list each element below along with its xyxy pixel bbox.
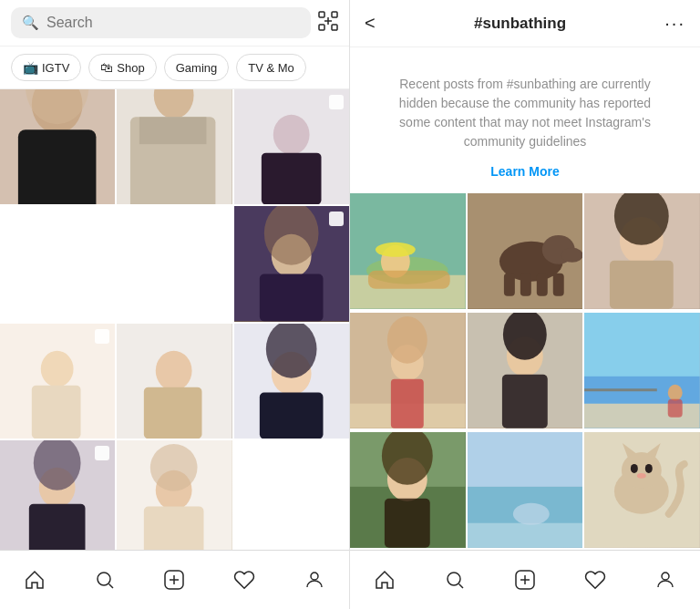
svg-rect-13	[139, 117, 207, 144]
grid-cell[interactable]	[117, 89, 232, 204]
svg-rect-33	[29, 504, 86, 550]
svg-point-100	[662, 573, 669, 580]
svg-point-38	[150, 444, 198, 491]
left-panel: 🔍 📺 IGTV 🛍 Shop Gaming TV	[0, 0, 350, 609]
search-input[interactable]	[46, 15, 300, 31]
grid-cell[interactable]	[350, 193, 466, 309]
svg-rect-49	[368, 271, 450, 289]
svg-rect-19	[260, 274, 324, 322]
heart-nav-icon-right[interactable]	[575, 560, 615, 600]
grid-cell[interactable]	[350, 432, 466, 548]
hashtag-title: #sunbathing	[474, 15, 566, 33]
svg-point-94	[637, 473, 646, 479]
svg-rect-66	[391, 379, 424, 428]
grid-cell[interactable]	[0, 89, 115, 204]
svg-point-50	[376, 243, 416, 257]
tab-igtv-label: IGTV	[42, 61, 69, 75]
left-photo-grid	[0, 89, 349, 550]
svg-point-89	[622, 452, 662, 489]
svg-rect-16	[262, 153, 322, 205]
search-nav-icon[interactable]	[85, 560, 125, 600]
profile-nav-icon-right[interactable]	[645, 560, 685, 600]
svg-point-67	[387, 316, 427, 364]
svg-rect-56	[536, 274, 547, 296]
tab-tv-label: TV & Mo	[248, 61, 294, 75]
hashtag-header: < #sunbathing ···	[350, 0, 700, 47]
grid-cell[interactable]	[584, 193, 700, 309]
svg-rect-2	[319, 25, 324, 30]
add-nav-icon-right[interactable]	[505, 560, 545, 600]
search-icon: 🔍	[22, 15, 39, 31]
tab-shop-label: Shop	[117, 61, 144, 75]
svg-point-39	[98, 573, 110, 585]
learn-more-link[interactable]: Learn More	[386, 164, 664, 179]
grid-cell[interactable]	[584, 313, 700, 428]
svg-rect-61	[610, 261, 674, 309]
home-nav-icon-right[interactable]	[365, 560, 405, 600]
more-options-button[interactable]: ···	[664, 13, 685, 34]
grid-cell[interactable]	[234, 89, 349, 204]
multi-post-icon	[329, 95, 344, 109]
left-bottom-nav	[0, 550, 349, 609]
warning-box: Recent posts from #sunbathing are curren…	[350, 47, 700, 193]
svg-point-75	[668, 385, 683, 401]
grid-cell[interactable]	[0, 440, 115, 550]
grid-cell[interactable]	[584, 432, 700, 548]
svg-rect-26	[144, 387, 202, 439]
right-bottom-nav	[350, 550, 700, 609]
scan-icon[interactable]	[318, 11, 338, 36]
svg-rect-81	[385, 499, 430, 548]
grid-cell[interactable]	[468, 313, 583, 428]
svg-rect-76	[668, 399, 683, 418]
grid-cell[interactable]	[468, 193, 583, 309]
svg-point-22	[41, 351, 74, 387]
svg-rect-85	[468, 523, 583, 548]
svg-rect-54	[504, 274, 515, 296]
svg-point-15	[273, 115, 309, 155]
back-button[interactable]: <	[365, 13, 376, 34]
tab-tv[interactable]: TV & Mo	[236, 54, 306, 81]
multi-post-icon	[95, 329, 109, 344]
grid-cell[interactable]	[0, 324, 115, 439]
grid-cell[interactable]	[117, 324, 232, 439]
svg-rect-0	[319, 12, 324, 17]
grid-cell[interactable]	[350, 313, 466, 428]
svg-rect-57	[552, 274, 563, 296]
svg-line-96	[459, 584, 464, 589]
svg-rect-1	[332, 12, 337, 17]
tab-shop[interactable]: 🛍 Shop	[88, 54, 156, 81]
svg-line-40	[108, 584, 113, 589]
add-nav-icon[interactable]	[154, 560, 194, 600]
svg-rect-23	[32, 385, 81, 439]
search-nav-icon-right[interactable]	[435, 560, 475, 600]
svg-point-92	[631, 464, 638, 473]
svg-rect-29	[260, 392, 324, 439]
search-bar: 🔍	[0, 0, 349, 46]
grid-cell[interactable]	[234, 206, 349, 321]
right-panel: < #sunbathing ··· Recent posts from #sun…	[350, 0, 700, 609]
left-photo-grid-area	[0, 89, 349, 550]
grid-cell[interactable]	[234, 324, 349, 439]
svg-point-25	[156, 351, 192, 391]
svg-rect-70	[502, 375, 548, 428]
svg-point-95	[448, 573, 460, 585]
tab-igtv[interactable]: 📺 IGTV	[11, 54, 81, 81]
heart-nav-icon[interactable]	[224, 560, 264, 600]
warning-text: Recent posts from #sunbathing are curren…	[386, 75, 664, 151]
svg-rect-83	[468, 432, 583, 487]
search-input-wrap[interactable]: 🔍	[11, 7, 311, 38]
svg-rect-3	[332, 25, 337, 30]
svg-point-44	[311, 573, 318, 580]
tab-gaming[interactable]: Gaming	[164, 54, 230, 81]
multi-post-icon	[95, 446, 109, 460]
grid-cell[interactable]	[117, 440, 232, 550]
svg-point-86	[513, 503, 550, 525]
category-tabs: 📺 IGTV 🛍 Shop Gaming TV & Mo	[0, 46, 349, 89]
profile-nav-icon[interactable]	[294, 560, 335, 600]
multi-post-icon	[329, 212, 344, 226]
home-nav-icon[interactable]	[15, 560, 55, 600]
svg-rect-37	[144, 507, 204, 550]
right-photo-grid	[350, 193, 700, 550]
grid-cell[interactable]	[468, 432, 583, 548]
igtv-icon: 📺	[23, 60, 38, 75]
